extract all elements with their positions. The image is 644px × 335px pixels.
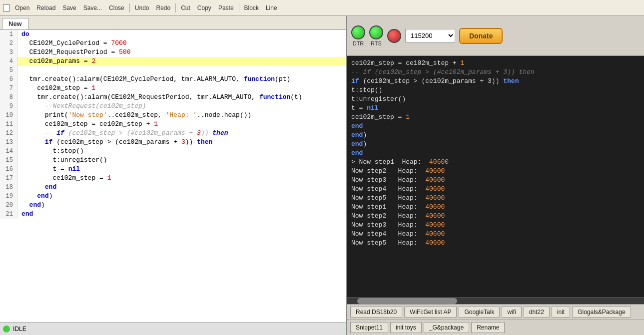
code-line-17: 17 ce102m_step = 1	[0, 174, 346, 183]
serial-line: end	[351, 149, 640, 158]
horizontal-scrollbar[interactable]	[347, 297, 644, 304]
line-content: t = nil	[17, 165, 80, 174]
separator-1	[129, 3, 130, 12]
code-line-8: 8 tmr.create():alarm(CE102M_RequestPerio…	[0, 93, 346, 102]
line-content: end)	[17, 192, 52, 201]
bottom-button[interactable]: init	[552, 307, 570, 318]
line-number: 20	[0, 201, 17, 210]
bottom-buttons-row1: Read DS18b20WiFi:Get list APGoogleTalkwi…	[347, 304, 644, 320]
scrollbar-thumb[interactable]	[357, 298, 457, 304]
donate-button[interactable]: Donate	[459, 28, 503, 44]
line-content: t:stop()	[17, 147, 84, 156]
line-content: ce102m_step = ce102m_step + 1	[17, 120, 158, 129]
dtr-button[interactable]	[351, 25, 365, 39]
code-line-1: 1do	[0, 30, 346, 39]
line-content: do	[17, 30, 29, 39]
serial-toolbar: DTR RTS 30012002400480096001920038400576…	[347, 16, 644, 56]
serial-line: ce102m_step = ce102m_step + 1	[351, 59, 640, 68]
save-as-button[interactable]: Save...	[81, 4, 104, 12]
baud-select[interactable]: 3001200240048009600192003840057600115200…	[405, 29, 455, 42]
rts-label: RTS	[371, 40, 382, 46]
bottom-button[interactable]: wifi	[502, 307, 521, 318]
tab-new[interactable]: New	[2, 18, 28, 29]
serial-line: t:unregister()	[351, 95, 640, 104]
line-number: 14	[0, 147, 17, 156]
line-content: CE102M_RequestPeriod = 500	[17, 48, 130, 57]
code-line-19: 19 end)	[0, 192, 346, 201]
copy-button[interactable]: Copy	[195, 4, 213, 12]
rts-button[interactable]	[369, 25, 383, 39]
line-content: end	[17, 183, 56, 192]
line-number: 13	[0, 138, 17, 147]
line-number: 9	[0, 102, 17, 111]
code-line-21: 21end	[0, 210, 346, 219]
editor-panel: New 1do2 CE102M_CyclePeriod = 70003 CE10…	[0, 16, 347, 335]
code-line-10: 10 print('Now step'..ce102m_step, 'Heap:…	[0, 111, 346, 120]
code-line-16: 16 t = nil	[0, 165, 346, 174]
undo-button[interactable]: Undo	[133, 4, 151, 12]
line-number: 15	[0, 156, 17, 165]
line-content: --NextRequest(ce102m_step)	[17, 102, 146, 111]
line-content: print('Now step'..ce102m_step, 'Heap: '.…	[17, 111, 251, 120]
line-button[interactable]: Line	[264, 4, 279, 12]
code-line-11: 11 ce102m_step = ce102m_step + 1	[0, 120, 346, 129]
separator-3	[239, 3, 239, 12]
bottom-button[interactable]: _G&package	[424, 322, 469, 333]
code-line-9: 9 --NextRequest(ce102m_step)	[0, 102, 346, 111]
line-number: 7	[0, 84, 17, 93]
redo-button[interactable]: Redo	[154, 4, 172, 12]
line-number: 17	[0, 174, 17, 183]
line-content: t:unregister()	[17, 156, 107, 165]
unknown-led[interactable]	[387, 29, 401, 43]
save-button[interactable]: Save	[60, 4, 78, 12]
status-led	[3, 326, 10, 333]
main-area: New 1do2 CE102M_CyclePeriod = 70003 CE10…	[0, 16, 644, 335]
code-line-5: 5	[0, 66, 346, 75]
line-number: 18	[0, 183, 17, 192]
block-button[interactable]: Block	[242, 4, 261, 12]
serial-line: -- if (ce102m_step > (#ce102m_params + 3…	[351, 68, 640, 77]
code-line-14: 14 t:stop()	[0, 147, 346, 156]
line-number: 1	[0, 30, 17, 39]
serial-line: Now step2 Heap: 40600	[351, 167, 640, 176]
bottom-button[interactable]: dht22	[524, 307, 550, 318]
serial-output[interactable]: ce102m_step = ce102m_step + 1-- if (ce10…	[347, 56, 644, 297]
serial-line: Now step2 Heap: 40600	[351, 212, 640, 221]
line-content: if (ce102m_step > (ce102m_params + 3)) t…	[17, 138, 212, 147]
code-area[interactable]: 1do2 CE102M_CyclePeriod = 70003 CE102M_R…	[0, 30, 346, 322]
line-content: tmr.create():alarm(CE102M_RequestPeriod,…	[17, 93, 302, 102]
status-label: IDLE	[13, 326, 26, 333]
bottom-button[interactable]: Rename	[471, 322, 505, 333]
line-number: 6	[0, 75, 17, 84]
open-button[interactable]: Open	[13, 4, 31, 12]
line-content	[17, 66, 21, 75]
bottom-button[interactable]: Snippet11	[350, 322, 388, 333]
line-number: 12	[0, 129, 17, 138]
serial-line: Now step5 Heap: 40600	[351, 194, 640, 203]
paste-button[interactable]: Paste	[216, 4, 236, 12]
close-button[interactable]: Close	[107, 4, 126, 12]
serial-line: Now step3 Heap: 40600	[351, 176, 640, 185]
checkbox-icon[interactable]	[3, 4, 10, 11]
line-number: 21	[0, 210, 17, 219]
line-content: end)	[17, 201, 45, 210]
bottom-button[interactable]: WiFi:Get list AP	[404, 307, 457, 318]
bottom-button[interactable]: Glogals&Package	[572, 307, 631, 318]
serial-line: > Now step1 Heap: 40600	[351, 158, 640, 167]
line-number: 3	[0, 48, 17, 57]
bottom-button[interactable]: GoogleTalk	[459, 307, 500, 318]
code-line-15: 15 t:unregister()	[0, 156, 346, 165]
dtr-label: DTR	[353, 40, 364, 46]
cut-button[interactable]: Cut	[179, 4, 192, 12]
bottom-button[interactable]: Read DS18b20	[350, 307, 402, 318]
dtr-group: DTR	[351, 25, 365, 46]
line-number: 11	[0, 120, 17, 129]
reload-button[interactable]: Reload	[34, 4, 57, 12]
serial-line: Now step4 Heap: 40600	[351, 230, 640, 239]
line-number: 8	[0, 93, 17, 102]
line-content: -- if (ce102m_step > (#ce102m_params + 3…	[17, 129, 228, 138]
separator-2	[175, 3, 176, 12]
bottom-button[interactable]: init toys	[390, 322, 422, 333]
line-number: 19	[0, 192, 17, 201]
code-line-6: 6 tmr.create():alarm(CE102M_CyclePeriod,…	[0, 75, 346, 84]
